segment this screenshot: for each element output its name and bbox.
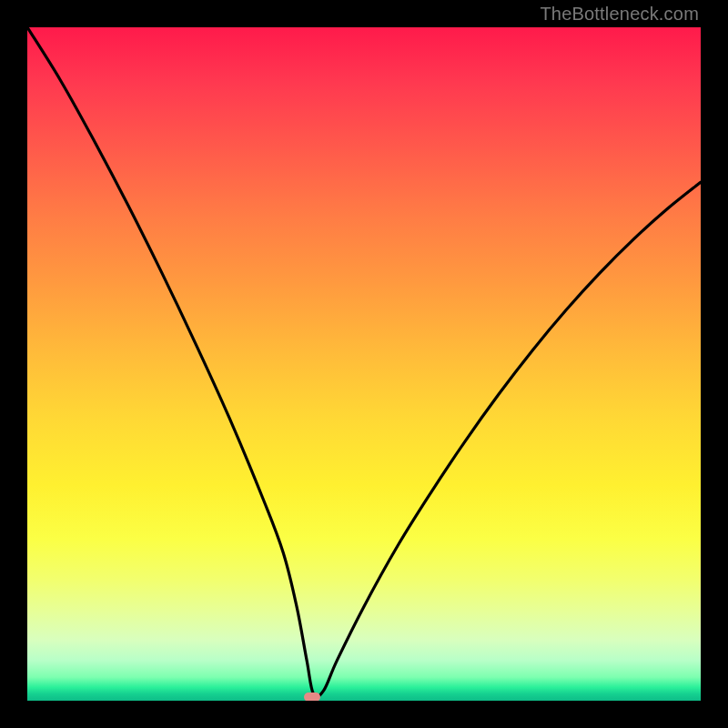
bottleneck-curve bbox=[27, 27, 701, 701]
min-marker bbox=[304, 693, 320, 701]
watermark-text: TheBottleneck.com bbox=[540, 4, 699, 25]
plot-area bbox=[27, 27, 701, 701]
chart-frame: TheBottleneck.com bbox=[0, 0, 728, 728]
